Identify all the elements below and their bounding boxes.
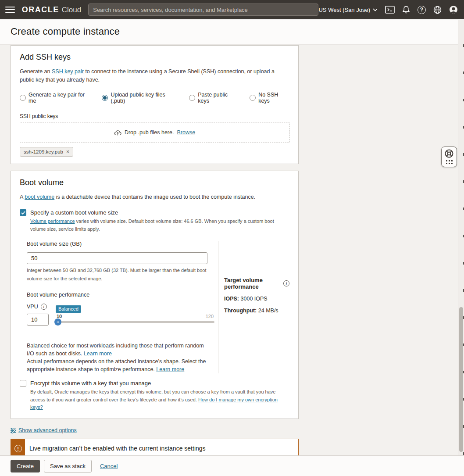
- custom-size-note: Volume performance varies with volume si…: [30, 218, 289, 233]
- encrypt-label: Encrypt this volume with a key that you …: [30, 380, 151, 387]
- help-launcher-widget[interactable]: [441, 147, 457, 167]
- create-button[interactable]: Create: [11, 460, 40, 472]
- add-ssh-keys-section: Add SSH keys Generate an SSH key pair to…: [11, 45, 299, 164]
- radio-generate-key-pair[interactable]: Generate a key pair for me: [20, 92, 91, 104]
- ssh-key-pair-link[interactable]: SSH key pair: [52, 68, 84, 75]
- vpu-input[interactable]: [27, 314, 49, 326]
- advanced-options-icon: [11, 428, 16, 433]
- user-avatar-icon[interactable]: [449, 5, 458, 14]
- encrypt-volume-row: Encrypt this volume with a key that you …: [20, 380, 289, 387]
- chip-remove-icon[interactable]: ×: [66, 149, 69, 155]
- main-content: Add SSH keys Generate an SSH key pair to…: [0, 45, 464, 476]
- dropzone-text: Drop .pub files here.: [125, 129, 174, 136]
- encrypt-note: By default, Oracle manages the keys that…: [30, 388, 289, 412]
- vpu-info-icon[interactable]: i: [41, 304, 47, 310]
- radio-circle-selected-icon: [102, 95, 108, 101]
- browse-link[interactable]: Browse: [177, 129, 195, 136]
- custom-size-label: Specify a custom boot volume size: [30, 209, 118, 216]
- ssh-section-heading: Add SSH keys: [20, 53, 289, 62]
- boot-section-description: A boot volume is a detachable device tha…: [20, 193, 289, 201]
- slider-min-label: 10: [57, 314, 62, 319]
- lifebuoy-icon: [444, 149, 454, 158]
- warning-icon: !: [14, 445, 22, 452]
- target-performance-info-icon[interactable]: i: [283, 280, 289, 286]
- encrypt-checkbox[interactable]: [20, 380, 26, 387]
- cloud-upload-icon: [114, 129, 121, 136]
- ssh-key-options: Generate a key pair for me Upload public…: [20, 92, 289, 104]
- custom-size-checkbox[interactable]: [20, 209, 26, 216]
- radio-circle-icon: [189, 95, 195, 101]
- page-title: Create compute instance: [11, 26, 453, 37]
- cloud-shell-icon[interactable]: [385, 6, 395, 14]
- boot-volume-link[interactable]: boot volume: [25, 194, 54, 200]
- uploaded-key-chip: ssh-1209.key.pub ×: [20, 147, 73, 157]
- check-icon: [21, 211, 25, 215]
- boot-volume-size-label: Boot volume size (GB): [27, 241, 214, 247]
- menu-icon[interactable]: [5, 7, 15, 13]
- scrollbar-thumb[interactable]: [459, 307, 463, 452]
- chip-label: ssh-1209.key.pub: [24, 149, 63, 154]
- throughput-line: Throughput: 24 MB/s: [224, 308, 289, 314]
- iops-line: IOPS: 3000 IOPS: [224, 296, 289, 302]
- radio-paste-public-keys[interactable]: Paste public keys: [189, 92, 239, 104]
- page-header: Create compute instance: [0, 19, 464, 45]
- language-globe-icon[interactable]: [433, 6, 442, 14]
- ssh-key-dropzone[interactable]: Drop .pub files here. Browse: [20, 122, 289, 143]
- notifications-bell-icon[interactable]: [402, 6, 410, 14]
- balanced-badge: Balanced: [56, 305, 81, 313]
- apps-grid-icon: [446, 160, 453, 164]
- vpu-label: VPU: [27, 304, 38, 310]
- oracle-cloud-logo[interactable]: ORACLE Cloud: [22, 5, 81, 14]
- warning-title: Live migration can’t be enabled with the…: [29, 445, 206, 452]
- cancel-link[interactable]: Cancel: [100, 463, 118, 469]
- footer-action-bar: Create Save as stack Cancel: [0, 455, 464, 476]
- topbar-actions: US West (San Jose) ?: [318, 5, 458, 14]
- boot-volume-performance-label: Boot volume performance: [27, 292, 214, 298]
- balanced-note-1: Balanced choice for most workloads inclu…: [27, 342, 209, 358]
- target-performance-heading: Target volume performance: [224, 277, 280, 290]
- brand-cloud: Cloud: [62, 6, 81, 14]
- region-label: US West (San Jose): [318, 7, 370, 13]
- vpu-slider[interactable]: ‹›: [56, 321, 214, 323]
- boot-volume-config: Boot volume size (GB) Integer between 50…: [27, 241, 289, 373]
- boot-volume-size-help: Integer between 50 GB and 32,768 GB (32 …: [27, 266, 207, 282]
- balanced-note-2: Actual performance depends on the attach…: [27, 358, 209, 373]
- chevron-down-icon: [373, 8, 378, 11]
- boot-volume-section: Boot volume A boot volume is a detachabl…: [11, 171, 299, 419]
- topbar: ORACLE Cloud US West (San Jose) ?: [0, 0, 464, 19]
- radio-circle-icon: [250, 95, 256, 101]
- custom-boot-volume-size-row: Specify a custom boot volume size: [20, 209, 289, 216]
- show-advanced-options-link[interactable]: Show advanced options: [18, 427, 77, 433]
- learn-more-link-1[interactable]: Learn more: [84, 351, 112, 357]
- help-icon[interactable]: ?: [418, 6, 426, 14]
- search-input[interactable]: [88, 4, 318, 16]
- slider-max-label: 120: [206, 314, 214, 319]
- radio-circle-icon: [20, 95, 26, 101]
- ssh-public-keys-label: SSH public keys: [20, 113, 289, 119]
- radio-upload-public-key[interactable]: Upload public key files (.pub): [102, 92, 178, 104]
- learn-more-link-2[interactable]: Learn more: [156, 366, 184, 372]
- slider-handle[interactable]: ‹›: [54, 319, 61, 326]
- oci-console: ORACLE Cloud US West (San Jose) ?: [0, 0, 464, 476]
- boot-volume-size-input[interactable]: [27, 252, 207, 264]
- ssh-section-description: Generate an SSH key pair to connect to t…: [20, 68, 289, 84]
- radio-no-ssh-keys[interactable]: No SSH keys: [250, 92, 289, 104]
- brand-oracle: ORACLE: [22, 5, 59, 14]
- save-as-stack-button[interactable]: Save as stack: [44, 460, 92, 472]
- boot-section-heading: Boot volume: [20, 178, 289, 187]
- volume-performance-link[interactable]: Volume performance: [30, 218, 75, 224]
- region-selector[interactable]: US West (San Jose): [318, 7, 378, 13]
- target-volume-performance-panel: Target volume performance i IOPS: 3000 I…: [218, 241, 289, 373]
